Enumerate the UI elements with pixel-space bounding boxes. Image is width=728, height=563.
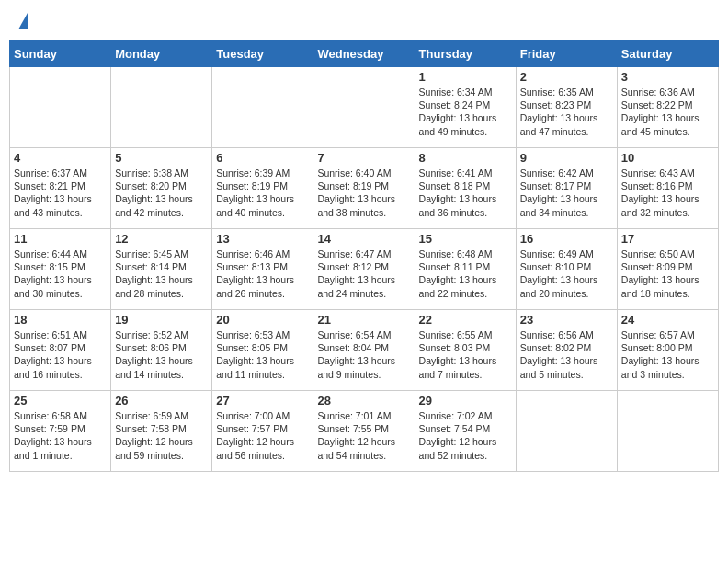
calendar-cell: 9Sunrise: 6:42 AMSunset: 8:17 PMDaylight… [516, 148, 617, 229]
calendar-cell: 15Sunrise: 6:48 AMSunset: 8:11 PMDayligh… [415, 229, 516, 310]
weekday-header: Tuesday [212, 41, 313, 67]
calendar-cell: 1Sunrise: 6:34 AMSunset: 8:24 PMDaylight… [415, 67, 516, 148]
calendar-cell: 20Sunrise: 6:53 AMSunset: 8:05 PMDayligh… [212, 310, 313, 391]
day-number: 19 [115, 313, 208, 327]
day-number: 9 [520, 151, 613, 165]
calendar-cell: 5Sunrise: 6:38 AMSunset: 8:20 PMDaylight… [111, 148, 212, 229]
page-header [9, 9, 719, 33]
day-number: 20 [216, 313, 309, 327]
day-info: Sunrise: 7:02 AMSunset: 7:54 PMDaylight:… [419, 409, 512, 462]
day-info: Sunrise: 6:41 AMSunset: 8:18 PMDaylight:… [419, 167, 512, 219]
day-info: Sunrise: 6:50 AMSunset: 8:09 PMDaylight:… [621, 247, 714, 300]
day-number: 13 [216, 232, 309, 246]
calendar-cell [617, 391, 718, 472]
calendar-cell: 12Sunrise: 6:45 AMSunset: 8:14 PMDayligh… [111, 229, 212, 310]
day-number: 1 [419, 70, 512, 84]
day-info: Sunrise: 6:54 AMSunset: 8:04 PMDaylight:… [317, 328, 410, 381]
calendar-cell: 4Sunrise: 6:37 AMSunset: 8:21 PMDaylight… [10, 148, 111, 229]
day-info: Sunrise: 6:57 AMSunset: 8:00 PMDaylight:… [621, 328, 714, 381]
calendar-cell [212, 67, 313, 148]
day-number: 4 [14, 151, 107, 165]
day-info: Sunrise: 6:43 AMSunset: 8:16 PMDaylight:… [621, 167, 714, 219]
calendar-cell: 2Sunrise: 6:35 AMSunset: 8:23 PMDaylight… [516, 67, 617, 148]
day-number: 16 [520, 232, 613, 246]
day-number: 7 [317, 151, 410, 165]
week-row: 1Sunrise: 6:34 AMSunset: 8:24 PMDaylight… [10, 67, 719, 148]
day-number: 23 [520, 313, 613, 327]
day-number: 10 [621, 151, 714, 165]
calendar-cell: 22Sunrise: 6:55 AMSunset: 8:03 PMDayligh… [415, 310, 516, 391]
weekday-header: Saturday [617, 41, 718, 67]
calendar-cell: 16Sunrise: 6:49 AMSunset: 8:10 PMDayligh… [516, 229, 617, 310]
day-info: Sunrise: 6:58 AMSunset: 7:59 PMDaylight:… [14, 409, 107, 462]
weekday-header: Friday [516, 41, 617, 67]
calendar-cell: 14Sunrise: 6:47 AMSunset: 8:12 PMDayligh… [313, 229, 415, 310]
day-number: 14 [317, 232, 410, 246]
calendar-cell: 11Sunrise: 6:44 AMSunset: 8:15 PMDayligh… [10, 229, 111, 310]
day-info: Sunrise: 6:37 AMSunset: 8:21 PMDaylight:… [14, 167, 107, 219]
day-info: Sunrise: 6:38 AMSunset: 8:20 PMDaylight:… [115, 167, 208, 219]
day-number: 2 [520, 70, 613, 84]
calendar-table: SundayMondayTuesdayWednesdayThursdayFrid… [9, 40, 719, 472]
day-number: 22 [419, 313, 512, 327]
day-number: 18 [14, 313, 107, 327]
calendar-cell: 19Sunrise: 6:52 AMSunset: 8:06 PMDayligh… [111, 310, 212, 391]
calendar-cell: 23Sunrise: 6:56 AMSunset: 8:02 PMDayligh… [516, 310, 617, 391]
calendar-cell: 6Sunrise: 6:39 AMSunset: 8:19 PMDaylight… [212, 148, 313, 229]
calendar-header-row: SundayMondayTuesdayWednesdayThursdayFrid… [10, 41, 719, 67]
day-number: 24 [621, 313, 714, 327]
day-number: 26 [115, 394, 208, 408]
day-info: Sunrise: 7:00 AMSunset: 7:57 PMDaylight:… [216, 409, 309, 462]
day-info: Sunrise: 6:40 AMSunset: 8:19 PMDaylight:… [317, 167, 410, 219]
day-number: 21 [317, 313, 410, 327]
day-info: Sunrise: 6:44 AMSunset: 8:15 PMDaylight:… [14, 247, 107, 300]
calendar-cell: 3Sunrise: 6:36 AMSunset: 8:22 PMDaylight… [617, 67, 718, 148]
calendar-cell: 7Sunrise: 6:40 AMSunset: 8:19 PMDaylight… [313, 148, 415, 229]
day-number: 25 [14, 394, 107, 408]
day-number: 6 [216, 151, 309, 165]
day-info: Sunrise: 6:51 AMSunset: 8:07 PMDaylight:… [14, 328, 107, 381]
day-info: Sunrise: 6:46 AMSunset: 8:13 PMDaylight:… [216, 247, 309, 300]
calendar-cell: 29Sunrise: 7:02 AMSunset: 7:54 PMDayligh… [415, 391, 516, 472]
logo-triangle-icon [18, 13, 28, 29]
day-info: Sunrise: 6:52 AMSunset: 8:06 PMDaylight:… [115, 328, 208, 381]
calendar-cell: 28Sunrise: 7:01 AMSunset: 7:55 PMDayligh… [313, 391, 415, 472]
day-number: 15 [419, 232, 512, 246]
calendar-cell: 27Sunrise: 7:00 AMSunset: 7:57 PMDayligh… [212, 391, 313, 472]
day-number: 3 [621, 70, 714, 84]
week-row: 25Sunrise: 6:58 AMSunset: 7:59 PMDayligh… [10, 391, 719, 472]
day-info: Sunrise: 6:34 AMSunset: 8:24 PMDaylight:… [419, 86, 512, 138]
day-info: Sunrise: 7:01 AMSunset: 7:55 PMDaylight:… [317, 409, 410, 462]
weekday-header: Wednesday [313, 41, 415, 67]
day-number: 29 [419, 394, 512, 408]
day-number: 11 [14, 232, 107, 246]
calendar-cell: 17Sunrise: 6:50 AMSunset: 8:09 PMDayligh… [617, 229, 718, 310]
day-number: 27 [216, 394, 309, 408]
day-info: Sunrise: 6:39 AMSunset: 8:19 PMDaylight:… [216, 167, 309, 219]
day-info: Sunrise: 6:48 AMSunset: 8:11 PMDaylight:… [419, 247, 512, 300]
day-info: Sunrise: 6:49 AMSunset: 8:10 PMDaylight:… [520, 247, 613, 300]
day-info: Sunrise: 6:59 AMSunset: 7:58 PMDaylight:… [115, 409, 208, 462]
calendar-cell [516, 391, 617, 472]
day-number: 28 [317, 394, 410, 408]
day-number: 5 [115, 151, 208, 165]
calendar-cell: 13Sunrise: 6:46 AMSunset: 8:13 PMDayligh… [212, 229, 313, 310]
day-info: Sunrise: 6:45 AMSunset: 8:14 PMDaylight:… [115, 247, 208, 300]
calendar-cell: 26Sunrise: 6:59 AMSunset: 7:58 PMDayligh… [111, 391, 212, 472]
day-info: Sunrise: 6:36 AMSunset: 8:22 PMDaylight:… [621, 86, 714, 138]
day-info: Sunrise: 6:35 AMSunset: 8:23 PMDaylight:… [520, 86, 613, 138]
week-row: 11Sunrise: 6:44 AMSunset: 8:15 PMDayligh… [10, 229, 719, 310]
day-number: 17 [621, 232, 714, 246]
calendar-cell: 10Sunrise: 6:43 AMSunset: 8:16 PMDayligh… [617, 148, 718, 229]
day-info: Sunrise: 6:55 AMSunset: 8:03 PMDaylight:… [419, 328, 512, 381]
weekday-header: Monday [111, 41, 212, 67]
calendar-cell: 18Sunrise: 6:51 AMSunset: 8:07 PMDayligh… [10, 310, 111, 391]
calendar-cell: 25Sunrise: 6:58 AMSunset: 7:59 PMDayligh… [10, 391, 111, 472]
calendar-cell: 24Sunrise: 6:57 AMSunset: 8:00 PMDayligh… [617, 310, 718, 391]
calendar-cell: 8Sunrise: 6:41 AMSunset: 8:18 PMDaylight… [415, 148, 516, 229]
calendar-cell [313, 67, 415, 148]
calendar-cell: 21Sunrise: 6:54 AMSunset: 8:04 PMDayligh… [313, 310, 415, 391]
weekday-header: Sunday [10, 41, 111, 67]
calendar-cell [10, 67, 111, 148]
logo [17, 13, 28, 29]
